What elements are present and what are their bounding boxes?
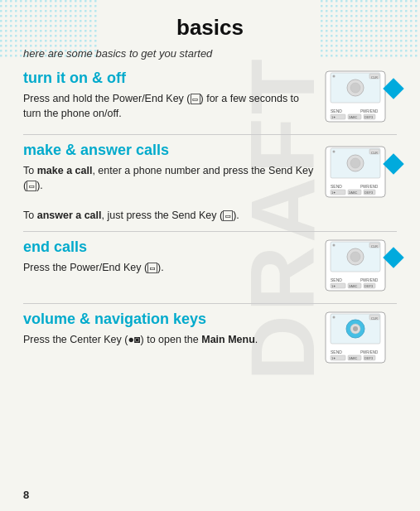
svg-text:PWR/END: PWR/END: [360, 185, 379, 189]
divider-2: [23, 231, 397, 232]
svg-text:2ABC: 2ABC: [349, 190, 358, 195]
section-text-make-answer: make & answer calls To make a call, ente…: [23, 142, 324, 223]
body-end-calls: Press the Power/End Key (▭).: [23, 260, 316, 275]
svg-point-56: [333, 316, 336, 319]
section-text-end-calls: end calls Press the Power/End Key (▭).: [23, 239, 324, 275]
body-turn-on-off: Press and hold the Power/End Key (▭) for…: [23, 91, 316, 121]
svg-text:DEF3: DEF3: [364, 356, 374, 360]
svg-point-25: [333, 151, 336, 153]
page-number: 8: [23, 489, 29, 501]
svg-text:DEF3: DEF3: [364, 115, 374, 119]
phone-image-3: CLR SEND PWR/END 1✦ 2ABC DEF3: [324, 239, 397, 295]
phone-svg-4: CLR SEND PWR/END 1✦ 2ABC DEF3: [324, 311, 394, 364]
body-make-answer: To make a call, enter a phone number and…: [23, 163, 316, 224]
svg-point-7: [350, 83, 360, 93]
heading-end-calls: end calls: [23, 239, 316, 257]
section-turn-on-off: turn it on & off Press and hold the Powe…: [23, 70, 397, 126]
svg-text:CLR: CLR: [371, 244, 378, 248]
divider-1: [23, 134, 397, 135]
svg-text:SEND: SEND: [331, 108, 342, 113]
svg-text:DEF3: DEF3: [364, 190, 374, 195]
phone-image-4: CLR SEND PWR/END 1✦ 2ABC DEF3: [324, 311, 397, 367]
section-make-answer-calls: make & answer calls To make a call, ente…: [23, 142, 397, 223]
svg-text:PWR/END: PWR/END: [360, 350, 379, 354]
svg-text:PWR/END: PWR/END: [360, 278, 379, 282]
svg-text:2ABC: 2ABC: [349, 115, 358, 119]
svg-text:SEND: SEND: [331, 184, 342, 189]
section-end-calls: end calls Press the Power/End Key (▭). C…: [23, 239, 397, 295]
svg-point-10: [333, 75, 336, 78]
svg-text:CLR: CLR: [371, 151, 378, 155]
phone-svg-3: CLR SEND PWR/END 1✦ 2ABC DEF3: [324, 239, 394, 292]
svg-text:SEND: SEND: [331, 277, 342, 282]
body-volume-nav: Press the Center Key (●◙) to open the Ma…: [23, 332, 316, 347]
svg-text:2ABC: 2ABC: [349, 356, 358, 360]
page-header: basics: [0, 0, 420, 47]
svg-text:CLR: CLR: [371, 75, 378, 80]
heading-make-answer: make & answer calls: [23, 142, 316, 160]
section-text-turn-on-off: turn it on & off Press and hold the Powe…: [23, 70, 324, 121]
section-text-volume-nav: volume & navigation keys Press the Cente…: [23, 311, 324, 347]
svg-point-22: [350, 158, 360, 168]
svg-text:PWR/END: PWR/END: [360, 109, 379, 113]
heading-volume-nav: volume & navigation keys: [23, 311, 316, 329]
page-content: here are some basics to get you started …: [0, 47, 420, 367]
page-title: basics: [0, 15, 420, 41]
subtitle: here are some basics to get you started: [23, 47, 397, 60]
svg-point-37: [350, 252, 360, 262]
section-volume-nav: volume & navigation keys Press the Cente…: [23, 311, 397, 367]
svg-text:CLR: CLR: [371, 316, 378, 321]
svg-point-53: [353, 326, 358, 331]
svg-point-40: [333, 244, 336, 247]
svg-text:SEND: SEND: [331, 350, 342, 354]
svg-text:DEF3: DEF3: [364, 284, 374, 288]
phone-svg-2: CLR SEND PWR/END 1✦ 2ABC DEF3: [324, 145, 394, 199]
phone-svg-1: CLR SEND PWR/END 1✦ 2ABC DEF3: [324, 70, 394, 123]
divider-3: [23, 303, 397, 304]
phone-image-2: CLR SEND PWR/END 1✦ 2ABC DEF3: [324, 142, 397, 201]
heading-turn-on-off: turn it on & off: [23, 70, 316, 88]
phone-image-1: CLR SEND PWR/END 1✦ 2ABC DEF3: [324, 70, 397, 126]
svg-text:2ABC: 2ABC: [349, 284, 358, 288]
